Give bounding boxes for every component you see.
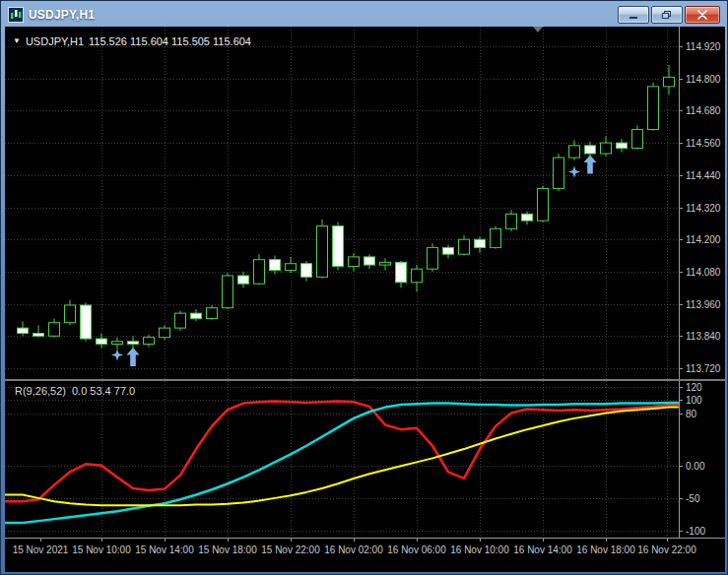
time-tick-label: 16 Nov 18:00 (576, 544, 635, 555)
indicator-label: R(9,26,52) 0.0 53.4 77.0 (15, 385, 135, 397)
candle-body (207, 308, 218, 319)
chart-window: USDJPY,H1 114.920114.800114.680114.56011… (0, 0, 728, 575)
buy-arrow-icon (127, 348, 140, 366)
candle-body (364, 257, 375, 265)
candle-body (538, 188, 549, 221)
price-tick-label: 113.960 (686, 299, 721, 310)
restore-button[interactable] (651, 6, 683, 24)
level-label: 120 (686, 382, 702, 393)
price-tick-label: 113.720 (686, 363, 721, 374)
candle-body (349, 257, 360, 267)
ohlc-label: ▼ USDJPY,H1 115.526 115.604 115.505 115.… (13, 35, 251, 47)
candle-body (554, 158, 564, 188)
level-label: 100 (686, 395, 702, 406)
price-tick-label: 114.440 (686, 170, 721, 181)
price-tick-label: 114.200 (686, 234, 721, 245)
candle-body (286, 264, 297, 271)
price-tick-label: 114.320 (686, 203, 721, 214)
candle-body (18, 328, 29, 333)
close-icon (696, 10, 708, 20)
time-tick-label: 16 Nov 14:00 (513, 544, 572, 555)
candle-body (585, 146, 596, 154)
level-label: -100 (686, 526, 705, 537)
candle-body (317, 226, 328, 278)
candle-body (648, 87, 659, 130)
candle-body (506, 214, 517, 228)
candle-body (160, 328, 170, 338)
buy-arrow-icon (584, 155, 597, 173)
candle-body (81, 305, 92, 339)
ohlc-symbol: USDJPY,H1 (26, 35, 84, 47)
candle-body (333, 226, 344, 267)
candle-body (522, 214, 533, 221)
candle-body (396, 262, 407, 282)
symbol-expander-icon[interactable]: ▼ (13, 37, 21, 45)
time-tick-label: 15 Nov 14:00 (135, 544, 194, 555)
candle-body (664, 77, 675, 87)
time-axis[interactable]: 15 Nov 202115 Nov 10:0015 Nov 14:0015 No… (5, 538, 725, 570)
candle-body (112, 342, 123, 345)
time-tick-label: 16 Nov 02:00 (324, 544, 383, 555)
level-label: -50 (686, 493, 700, 504)
time-tick-label: 15 Nov 2021 (13, 544, 69, 555)
candle-body (428, 247, 438, 269)
ohlc-values: 115.526 115.604 115.505 115.604 (89, 35, 251, 47)
scroll-position-marker (533, 27, 543, 32)
candle-body (191, 313, 202, 318)
price-tick-label: 114.800 (686, 74, 721, 85)
candlestick-chart[interactable]: 114.920114.800114.680114.560114.440114.3… (5, 27, 725, 379)
star-icon (111, 349, 123, 360)
candle-body (254, 260, 265, 285)
indicator-line-yellow (5, 408, 678, 506)
close-button[interactable] (685, 6, 720, 24)
time-tick-label: 16 Nov 22:00 (637, 544, 696, 555)
candle-body (175, 313, 186, 328)
time-tick-label: 16 Nov 06:00 (387, 544, 446, 555)
time-tick-label: 16 Nov 10:00 (450, 544, 509, 555)
titlebar[interactable]: USDJPY,H1 (4, 4, 724, 25)
price-tick-label: 114.920 (686, 41, 721, 52)
caption-buttons (618, 6, 722, 24)
indicator-name: R(9,26,52) (15, 385, 66, 397)
price-tick-label: 114.560 (686, 138, 721, 149)
candle-body (270, 260, 281, 271)
subwindow-splitter (5, 379, 725, 381)
price-tick-label: 114.680 (686, 105, 721, 116)
candle-body (223, 276, 233, 308)
time-tick-label: 15 Nov 10:00 (72, 544, 131, 555)
price-tick-label: 114.080 (686, 267, 721, 278)
time-tick-label: 15 Nov 22:00 (261, 544, 320, 555)
indicator-values: 0.0 53.4 77.0 (72, 385, 135, 397)
candle-body (33, 334, 44, 337)
minimize-icon (628, 10, 639, 20)
candle-body (238, 276, 249, 284)
candle-body (49, 323, 60, 337)
candlestick-chart-icon (8, 7, 24, 23)
candle-body (617, 143, 628, 148)
candle-body (443, 247, 454, 254)
price-tick-label: 113.840 (686, 331, 721, 342)
candle-body (301, 264, 312, 278)
chart-area: 114.920114.800114.680114.560114.440114.3… (5, 27, 725, 572)
candle-body (144, 338, 155, 345)
candle-body (459, 239, 470, 254)
candle-body (569, 146, 580, 158)
candle-body (128, 342, 139, 345)
indicator-line-red (5, 402, 678, 502)
level-label: 0.00 (686, 461, 705, 472)
candle-body (475, 239, 486, 247)
candle-body (601, 143, 612, 154)
time-tick-label: 15 Nov 18:00 (198, 544, 257, 555)
candle-body (491, 228, 501, 247)
restore-icon (661, 10, 673, 20)
candle-body (632, 129, 643, 148)
level-label: 80 (686, 409, 697, 419)
indicator-subwindow[interactable]: 120100800.00-50-100 (5, 379, 725, 538)
candle-body (412, 269, 423, 283)
candle-body (97, 339, 107, 344)
window-title: USDJPY,H1 (29, 8, 95, 22)
minimize-button[interactable] (618, 6, 649, 24)
candle-body (65, 305, 76, 323)
candle-body (380, 262, 391, 265)
